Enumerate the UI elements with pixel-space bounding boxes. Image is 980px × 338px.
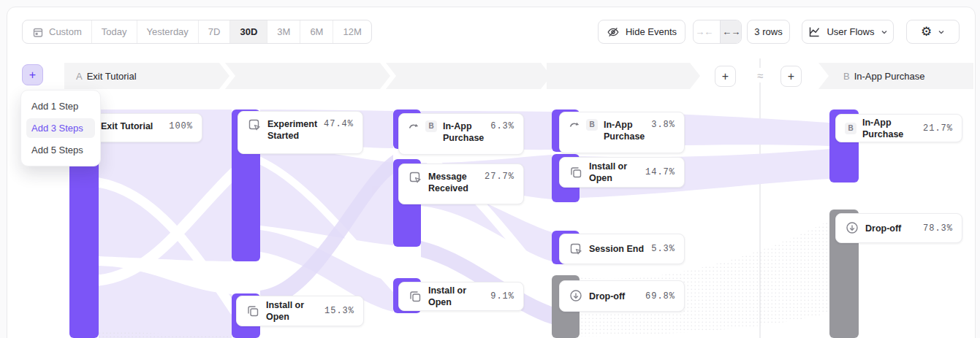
add-step-button-start-b[interactable]: + xyxy=(780,66,802,87)
collapse-expand-toggle: →← ←→ xyxy=(693,20,742,44)
chevron-down-icon xyxy=(881,28,888,36)
step-b-badge: B xyxy=(845,123,856,134)
step-banner-segment[interactable] xyxy=(547,63,700,89)
step-banner-segment[interactable] xyxy=(225,63,390,89)
step-letter: B xyxy=(843,71,850,82)
click-icon xyxy=(408,170,422,185)
date-range-yesterday[interactable]: Yesterday xyxy=(137,20,198,43)
flow-node-message-received[interactable]: Message Received 27.7% xyxy=(398,164,524,204)
step-b-badge: B xyxy=(425,120,437,132)
gear-icon: ⚙ xyxy=(921,26,932,38)
add-step-button-left[interactable]: + xyxy=(22,64,43,85)
date-range-selector: Custom Today Yesterday 7D 30D 3M 6M 12M xyxy=(22,20,372,44)
flow-node-install-or-open[interactable]: Install or Open 15.3% xyxy=(236,296,364,326)
rows-button[interactable]: 3 rows xyxy=(747,20,790,44)
jump-arrow-icon xyxy=(408,120,419,131)
step-b-badge: B xyxy=(586,119,598,131)
eye-off-icon xyxy=(607,26,620,39)
flow-node-session-end[interactable]: Session End 5.3% xyxy=(559,234,685,264)
dropoff-icon xyxy=(569,288,583,303)
step-label: Exit Tutorial xyxy=(87,71,137,82)
step-label: In-App Purchase xyxy=(854,71,925,82)
approx-gap-symbol: ≈ xyxy=(753,68,767,82)
chevron-down-icon xyxy=(938,28,945,36)
date-range-3m[interactable]: 3M xyxy=(267,20,300,43)
flow-node-in-app-purchase[interactable]: B In-App Purchase 6.3% xyxy=(398,113,524,155)
flow-node-in-app-purchase-2[interactable]: B In-App Purchase 3.8% xyxy=(559,112,685,153)
step-banner-b[interactable]: B In-App Purchase xyxy=(818,63,973,89)
step-banner-a[interactable]: A Exit Tutorial xyxy=(64,63,229,89)
date-range-today[interactable]: Today xyxy=(91,20,137,43)
copy-icon xyxy=(246,304,260,318)
step-letter: A xyxy=(76,71,83,82)
collapse-columns-button[interactable]: →← xyxy=(694,20,714,43)
expand-columns-button[interactable]: ←→ xyxy=(720,20,741,43)
dropoff-icon xyxy=(845,220,859,235)
date-range-6m[interactable]: 6M xyxy=(300,20,333,43)
menu-item-add-3-steps[interactable]: Add 3 Steps xyxy=(26,118,95,138)
copy-icon xyxy=(569,165,583,180)
copy-icon xyxy=(408,289,422,304)
chart-icon xyxy=(808,26,821,39)
step-banner-segment[interactable] xyxy=(386,63,551,89)
flow-node-dropoff[interactable]: Drop-off 69.8% xyxy=(559,280,685,312)
date-range-30d[interactable]: 30D xyxy=(229,20,267,43)
flow-node-b-dropoff[interactable]: Drop-off 78.3% xyxy=(835,213,962,243)
view-selector-button[interactable]: User Flows xyxy=(802,20,894,44)
click-icon xyxy=(247,118,262,132)
menu-item-add-1-step[interactable]: Add 1 Step xyxy=(21,96,100,116)
flow-node-install-or-open-2[interactable]: Install or Open 9.1% xyxy=(398,282,524,311)
flow-node-b-in-app-purchase[interactable]: B In-App Purchase 21.7% xyxy=(835,114,962,142)
settings-button[interactable]: ⚙ xyxy=(906,20,960,44)
date-range-12m[interactable]: 12M xyxy=(333,20,371,43)
flow-node-exit-tutorial[interactable]: Exit Tutorial 100% xyxy=(91,113,202,142)
menu-item-add-5-steps[interactable]: Add 5 Steps xyxy=(21,140,100,160)
flow-node-install-or-open-3[interactable]: Install or Open 14.7% xyxy=(559,157,685,188)
add-step-menu: Add 1 Step Add 3 Steps Add 5 Steps xyxy=(20,90,101,166)
hide-events-button[interactable]: Hide Events xyxy=(598,20,685,44)
jump-arrow-icon xyxy=(569,118,580,130)
calendar-icon xyxy=(32,26,44,38)
click-icon xyxy=(569,242,583,256)
date-range-custom[interactable]: Custom xyxy=(23,20,91,43)
flow-node-experiment-started[interactable]: Experiment Started 47.4% xyxy=(238,111,363,154)
add-step-button-end-a[interactable]: + xyxy=(715,66,736,87)
date-range-7d[interactable]: 7D xyxy=(198,20,230,43)
